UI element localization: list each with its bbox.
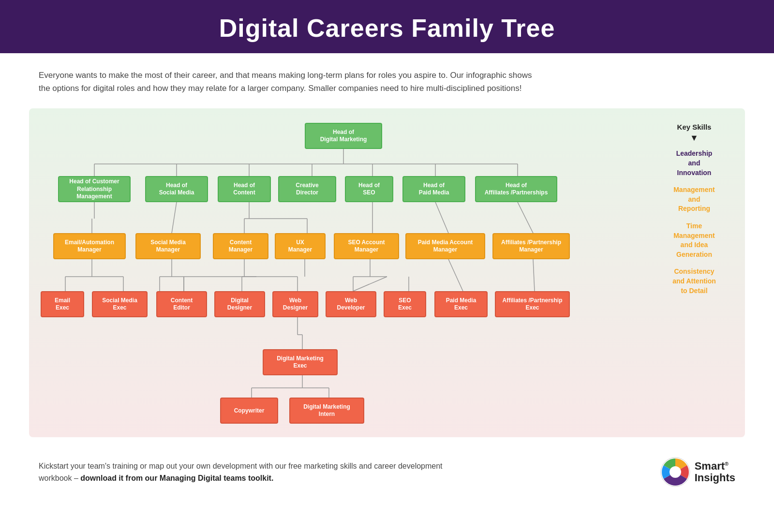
node-seo-exec: SEOExec: [384, 291, 426, 317]
node-web-designer: WebDesigner: [272, 291, 318, 317]
node-head-content: Head ofContent: [218, 176, 271, 202]
node-seo-account-manager: SEO AccountManager: [334, 233, 399, 259]
key-skills-panel: Key Skills ▼ LeadershipandInnovation Man…: [653, 123, 735, 303]
node-digital-marketing-exec: Digital MarketingExec: [263, 349, 338, 375]
skill-management: ManagementandReporting: [653, 185, 735, 214]
logo-icon: [660, 457, 691, 488]
svg-line-39: [533, 259, 535, 291]
skill-time-management: TimeManagementand IdeaGeneration: [653, 222, 735, 259]
skill-consistency: Consistencyand Attentionto Detail: [653, 267, 735, 296]
node-creative-director: CreativeDirector: [278, 176, 336, 202]
node-head-paid-media: Head ofPaid Media: [402, 176, 465, 202]
node-head-social-media: Head ofSocial Media: [145, 176, 208, 202]
node-ux-manager: UXManager: [275, 233, 326, 259]
key-skills-title: Key Skills: [653, 123, 735, 131]
node-digital-designer: DigitalDesigner: [214, 291, 265, 317]
node-affiliates-partnership-manager: Affiliates /PartnershipManager: [492, 233, 570, 259]
node-paid-media-exec: Paid MediaExec: [434, 291, 488, 317]
node-head-affiliates: Head ofAffiliates /Partnerships: [475, 176, 557, 202]
node-content-editor: ContentEditor: [156, 291, 207, 317]
svg-line-11: [172, 202, 177, 233]
node-web-developer: WebDeveloper: [326, 291, 376, 317]
node-head-seo: Head ofSEO: [345, 176, 393, 202]
node-affiliates-exec: Affiliates /PartnershipExec: [495, 291, 570, 317]
node-email-exec: EmailExec: [41, 291, 84, 317]
footer-bold-text[interactable]: download it from our Managing Digital te…: [80, 474, 273, 482]
smart-insights-logo: Smart® Insights: [660, 457, 735, 488]
connector-lines: [29, 108, 745, 437]
node-content-manager: ContentManager: [213, 233, 268, 259]
key-skills-arrow: ▼: [653, 133, 735, 143]
footer-text: Kickstart your team's training or map ou…: [39, 460, 474, 485]
node-copywriter: Copywriter: [220, 398, 278, 424]
node-social-media-exec: Social MediaExec: [92, 291, 148, 317]
intro-text: Everyone wants to make the most of their…: [0, 53, 580, 103]
svg-line-38: [448, 259, 463, 291]
footer: Kickstart your team's training or map ou…: [0, 447, 774, 497]
node-head-digital-marketing: Head ofDigital Marketing: [305, 123, 382, 149]
svg-line-17: [435, 202, 448, 233]
node-email-automation-manager: Email/AutomationManager: [53, 233, 126, 259]
chart-wrapper: Head ofDigital Marketing Head of Custome…: [29, 108, 745, 437]
page-title: Digital Careers Family Tree: [0, 14, 774, 43]
svg-line-18: [518, 202, 533, 233]
node-social-media-manager: Social MediaManager: [135, 233, 201, 259]
skill-leadership: LeadershipandInnovation: [653, 149, 735, 177]
logo-text-block: Smart® Insights: [695, 460, 735, 484]
node-paid-media-account-manager: Paid Media AccountManager: [405, 233, 485, 259]
svg-line-40: [353, 277, 387, 291]
header: Digital Careers Family Tree: [0, 0, 774, 53]
node-digital-marketing-intern: Digital MarketingIntern: [289, 398, 364, 424]
svg-point-49: [670, 466, 681, 478]
node-head-crm: Head of CustomerRelationship Management: [58, 176, 131, 202]
